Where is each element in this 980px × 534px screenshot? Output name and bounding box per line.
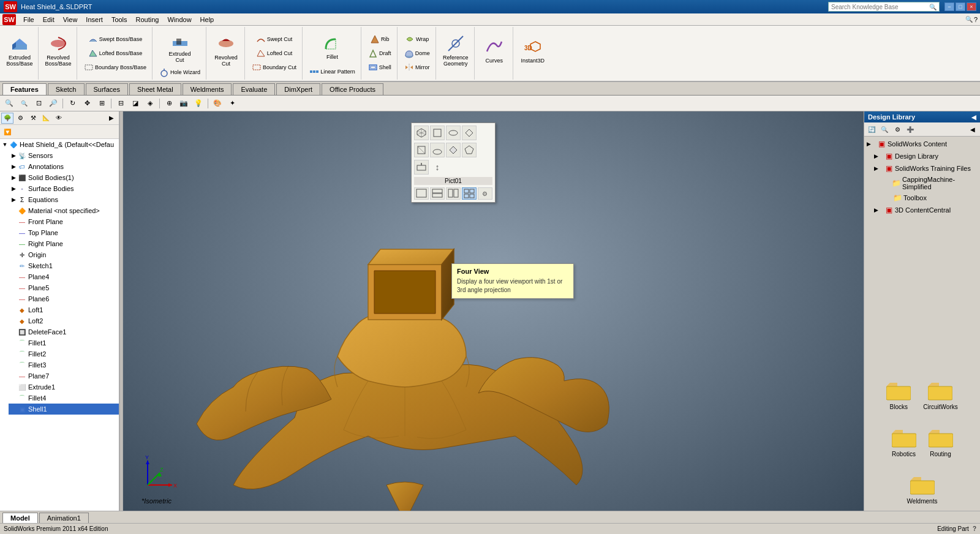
rp-expand-6[interactable]: ▶	[874, 207, 883, 213]
menu-window[interactable]: Window	[164, 15, 195, 24]
configuration-manager-tab[interactable]: ⚒	[27, 113, 39, 124]
tab-dimxpert[interactable]: DimXpert	[276, 83, 320, 95]
menu-edit[interactable]: Edit	[39, 15, 58, 24]
curves-button[interactable]: Curves	[478, 28, 510, 72]
instant3d-button[interactable]: 3D Instant3D	[517, 28, 549, 72]
rp-collapse-btn[interactable]: ◀	[971, 114, 976, 121]
tab-office-products[interactable]: Office Products	[322, 83, 383, 95]
tree-item-top-plane[interactable]: ▶ — Top Plane	[9, 227, 119, 238]
tree-item-shell1[interactable]: ▶ ▣ Shell1	[9, 404, 119, 415]
blocks-icon-item[interactable]: Blocks	[886, 382, 911, 410]
two-vert-view-btn[interactable]	[446, 187, 461, 200]
rp-training[interactable]: ▶ ▣ SolidWorks Training Files	[865, 162, 979, 175]
minimize-button[interactable]: −	[944, 2, 954, 11]
tree-item-extrude1[interactable]: ▶ ⬜ Extrude1	[9, 382, 119, 393]
boundary-cut-button[interactable]: Boundary Cut	[249, 61, 300, 74]
rp-design-lib[interactable]: ▶ ▣ Design Library	[865, 150, 979, 162]
circuitworks-icon-item[interactable]: CircuitWorks	[923, 382, 957, 410]
close-button[interactable]: ×	[967, 2, 976, 11]
tab-sheet-metal[interactable]: Sheet Metal	[129, 83, 181, 95]
tree-item-plane6[interactable]: ▶ — Plane6	[9, 293, 119, 304]
extra-view-btn[interactable]: ⚙	[478, 187, 492, 200]
extruded-cut-button[interactable]: Extruded Cut	[164, 28, 196, 65]
mirror-button[interactable]: Mirror	[401, 61, 433, 74]
lighting-button[interactable]: 💡	[192, 97, 205, 110]
tree-item-fillet2[interactable]: ▶ ⌒ Fillet2	[9, 348, 119, 359]
section-view-button[interactable]: ⊕	[162, 97, 176, 110]
rp-settings-btn[interactable]: ⚙	[891, 124, 903, 135]
rp-sw-content[interactable]: ▶ ▣ SolidWorks Content	[865, 138, 979, 150]
apply-scene-button[interactable]: 🎨	[211, 97, 224, 110]
lofted-boss-base-button[interactable]: Lofted Boss/Base	[85, 47, 146, 60]
tree-item-surface-bodies[interactable]: ▶ ▪ Surface Bodies	[9, 183, 119, 194]
rp-expand-3[interactable]: ▶	[874, 165, 883, 171]
tree-item-loft2[interactable]: ▶ ◆ Loft2	[9, 315, 119, 326]
rp-add-btn[interactable]: ➕	[904, 124, 916, 135]
revolved-boss-base-button[interactable]: Revolved Boss/Base	[42, 28, 74, 72]
menu-file[interactable]: File	[20, 15, 38, 24]
viewport-area[interactable]: ↕ Pict01	[123, 111, 864, 511]
tree-item-sketch1[interactable]: ▶ ✏ Sketch1	[9, 260, 119, 271]
render-button[interactable]: ✦	[225, 97, 239, 110]
dim-xpert-tab[interactable]: 📐	[40, 113, 52, 124]
dome-button[interactable]: Dome	[401, 47, 433, 60]
view-iso-btn[interactable]	[414, 126, 429, 140]
swept-cut-button[interactable]: Swept Cut	[253, 32, 296, 46]
tree-item-plane5[interactable]: ▶ — Plane5	[9, 282, 119, 293]
robotics-icon-item[interactable]: Robotics	[892, 429, 916, 457]
zoom-selection-button[interactable]: 🔎	[47, 97, 60, 110]
tree-item-equations[interactable]: ▶ Σ Equations	[9, 194, 119, 205]
tab-animation1[interactable]: Animation1	[39, 513, 89, 523]
display-manager-tab[interactable]: 👁	[53, 113, 65, 124]
tab-model[interactable]: Model	[2, 513, 38, 523]
rp-expand-2[interactable]: ▶	[874, 153, 883, 159]
hide-show-button[interactable]: ◈	[143, 97, 157, 110]
hole-wizard-button[interactable]: Hole Wizard	[156, 66, 203, 79]
boundary-boss-base-button[interactable]: Boundary Boss/Base	[81, 61, 149, 74]
help-status-icon[interactable]: ?	[973, 525, 976, 532]
tab-sketch[interactable]: Sketch	[48, 83, 85, 95]
tree-root[interactable]: ▼ 🔷 Heat Shield_& (Default<<Defau	[0, 139, 119, 150]
tree-item-right-plane[interactable]: ▶ — Right Plane	[9, 238, 119, 249]
rp-search-btn[interactable]: 🔍	[878, 124, 891, 135]
tree-expand-all[interactable]: ▶	[105, 113, 118, 124]
view-bottom-btn[interactable]	[430, 143, 445, 157]
fillet-button[interactable]: Fillet	[316, 28, 348, 64]
view-back-btn[interactable]	[414, 143, 429, 157]
view-right-btn[interactable]	[462, 126, 477, 140]
menu-tools[interactable]: Tools	[108, 15, 131, 24]
rp-refresh-btn[interactable]: 🔄	[865, 124, 878, 135]
tree-item-sensors[interactable]: ▶ 📡 Sensors	[9, 150, 119, 161]
view-front-btn[interactable]	[430, 126, 445, 140]
linear-pattern-button[interactable]: Linear Pattern	[306, 65, 358, 78]
tree-item-material[interactable]: ▶ 🔶 Material <not specified>	[9, 205, 119, 216]
rp-capping[interactable]: ▶ 📁 CappingMachine-Simplified	[865, 175, 979, 192]
search-kb-input[interactable]	[831, 4, 929, 10]
tree-item-plane4[interactable]: ▶ — Plane4	[9, 271, 119, 282]
view-extra-btn[interactable]	[462, 143, 477, 157]
extruded-boss-base-button[interactable]: Extruded Boss/Base	[4, 28, 36, 72]
tree-item-fillet1[interactable]: ▶ ⌒ Fillet1	[9, 337, 119, 348]
menu-insert[interactable]: Insert	[82, 15, 107, 24]
menu-routing[interactable]: Routing	[132, 15, 163, 24]
revolved-cut-button[interactable]: Revolved Cut	[210, 28, 242, 72]
tree-item-origin[interactable]: ▶ ✛ Origin	[9, 249, 119, 260]
rp-toolbox[interactable]: ▶ 📁 Toolbox	[865, 192, 979, 204]
menu-view[interactable]: View	[59, 15, 81, 24]
tree-item-solid-bodies[interactable]: ▶ ⬛ Solid Bodies(1)	[9, 172, 119, 183]
search-kb-bar[interactable]: 🔍	[828, 2, 940, 12]
tab-evaluate[interactable]: Evaluate	[233, 83, 275, 95]
lofted-cut-button[interactable]: Lofted Cut	[253, 47, 296, 60]
four-view-btn[interactable]	[462, 187, 477, 200]
swept-boss-base-button[interactable]: Swept Boss/Base	[85, 32, 146, 46]
view-top-btn[interactable]	[446, 126, 461, 140]
draft-button[interactable]: Draft	[365, 47, 394, 60]
zoom-window-button[interactable]: ⊞	[95, 97, 108, 110]
zoom-out-button[interactable]: 🔍	[17, 97, 31, 110]
rp-collapse2-btn[interactable]: ◀	[967, 124, 979, 135]
menu-help[interactable]: Help	[197, 15, 218, 24]
rotate-view-button[interactable]: ↻	[66, 97, 79, 110]
zoom-fit-button[interactable]: ⊡	[32, 97, 45, 110]
routing-icon-item[interactable]: Routing	[929, 429, 953, 457]
rib-button[interactable]: Rib	[367, 32, 393, 46]
